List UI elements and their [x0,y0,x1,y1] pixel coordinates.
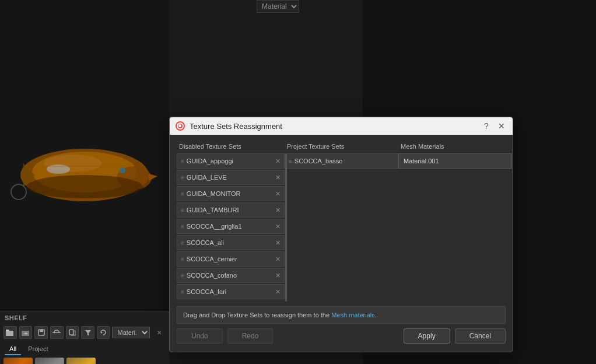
column-headers: Disabled Texture Sets Project Texture Se… [177,141,506,153]
save-icon [38,329,45,336]
footer-left-buttons: Undo Redo [177,328,273,344]
drag-icon: ≡ [181,223,184,230]
dialog-body: Disabled Texture Sets Project Texture Se… [170,135,513,352]
svg-marker-19 [101,331,103,334]
mesh-materials-header: Mesh Materials [398,141,512,153]
shelf-label: SHELF [0,312,169,324]
material-filter-dropdown[interactable]: Materi... [112,327,150,338]
list-item: Material.001 [398,153,512,169]
remove-item-button[interactable]: ✕ [275,288,281,296]
info-highlight: Mesh materials [331,312,375,318]
svg-rect-17 [69,330,73,335]
remove-item-button[interactable]: ✕ [275,223,281,230]
item-label: SCOCCA_basso [295,158,343,164]
folder-new-icon: + [22,329,30,336]
list-item[interactable]: ≡ SCOCCA_fari ✕ [177,284,285,299]
save-button[interactable] [34,326,48,339]
mesh-materials-column: Material.001 [398,153,512,302]
close-shelf-button[interactable]: ✕ [152,326,166,339]
shelf-toolbar: + [0,324,169,341]
thumbnail-row [0,355,169,364]
project-sets-column: ≡ SCOCCA_basso [285,153,398,302]
list-item[interactable]: ≡ SCOCCA_ali ✕ [177,235,285,250]
remove-item-button[interactable]: ✕ [275,158,281,165]
list-item[interactable]: ≡ SCOCCA__griglia1 ✕ [177,219,285,234]
item-label: GUIDA_TAMBURI [187,206,273,214]
drag-icon: ≡ [181,240,184,246]
list-item[interactable]: ≡ GUIDA_TAMBURI ✕ [177,202,285,218]
column-content: ≡ GUIDA_appoggi ✕ ≡ GUIDA_LEVE ✕ ≡ GUIDA… [177,153,506,302]
list-item[interactable]: ≡ SCOCCA_cofano ✕ [177,268,285,283]
drag-icon: ≡ [181,191,184,197]
folder-open-icon [6,329,14,336]
item-label: GUIDA_appoggi [187,158,273,164]
cancel-button[interactable]: Cancel [455,328,506,344]
dialog-close-button[interactable]: ✕ [496,121,507,131]
list-item[interactable]: ≡ GUIDA_LEVE ✕ [177,170,285,185]
disabled-sets-list: ≡ GUIDA_appoggi ✕ ≡ GUIDA_LEVE ✕ ≡ GUIDA… [177,153,285,299]
folder-open-button[interactable] [3,326,17,339]
svg-marker-18 [85,330,91,335]
remove-item-button[interactable]: ✕ [275,239,281,247]
list-item[interactable]: ≡ GUIDA_MONITOR ✕ [177,186,285,201]
drag-icon: ≡ [181,158,184,164]
undo-button[interactable]: Undo [177,328,223,344]
tab-all[interactable]: All [5,344,21,355]
import-icon [69,329,76,336]
remove-item-button[interactable]: ✕ [275,256,281,263]
dialog-app-icon [176,121,185,131]
shelf-panel: SHELF + [0,312,169,364]
footer-right-buttons: Apply Cancel [404,328,506,344]
apply-button[interactable]: Apply [404,328,450,344]
remove-item-button[interactable]: ✕ [275,206,281,214]
import-button[interactable] [66,326,79,339]
shelf-tabs: All Project [0,341,169,355]
info-bar: Drag and Drop Texture Sets to reassign t… [177,306,506,324]
list-item[interactable]: ≡ SCOCCA_cernier ✕ [177,251,285,267]
item-label: SCOCCA_fari [187,288,273,295]
item-label: GUIDA_MONITOR [187,190,273,197]
filter-icon [85,329,92,336]
item-label: SCOCCA_ali [187,239,273,246]
project-sets-header: Project Texture Sets [285,141,398,153]
drag-icon: ≡ [181,272,184,279]
dialog-footer: Undo Redo Apply Cancel [177,328,506,346]
item-label: Material.001 [404,158,439,164]
drag-icon: ≡ [181,289,184,295]
drag-icon: ≡ [289,158,292,164]
drag-icon: ≡ [181,207,184,214]
dialog-titlebar: Texture Sets Reassignment ? ✕ [170,117,513,135]
info-text-after: . [375,312,377,318]
redo-button[interactable]: Redo [227,328,274,344]
svg-text:+: + [24,331,27,336]
dialog-title: Texture Sets Reassignment [190,122,476,131]
remove-item-button[interactable]: ✕ [275,174,281,181]
item-label: GUIDA_LEVE [187,174,273,181]
item-label: SCOCCA__griglia1 [187,223,273,230]
thumbnail-item[interactable] [35,358,64,364]
filter-button[interactable] [81,326,94,339]
texture-reassignment-dialog: Texture Sets Reassignment ? ✕ Disabled T… [169,117,513,352]
dialog-help-button[interactable]: ? [481,121,492,131]
refresh-button[interactable] [97,326,110,339]
thumbnail-item[interactable] [66,358,96,364]
svg-rect-15 [40,330,43,332]
item-label: SCOCCA_cofano [187,272,273,279]
link-icon [52,329,61,336]
disabled-sets-column: ≡ GUIDA_appoggi ✕ ≡ GUIDA_LEVE ✕ ≡ GUIDA… [177,153,285,302]
svg-rect-10 [6,331,13,336]
tab-project[interactable]: Project [23,344,52,355]
disabled-sets-header: Disabled Texture Sets [177,141,285,153]
list-item[interactable]: ≡ SCOCCA_basso [285,153,398,169]
link-button[interactable] [50,326,64,339]
remove-item-button[interactable]: ✕ [275,190,281,198]
list-item[interactable]: ≡ GUIDA_appoggi ✕ [177,153,285,169]
drag-icon: ≡ [181,256,184,262]
info-text-before: Drag and Drop Texture Sets to reassign t… [183,312,331,318]
remove-item-button[interactable]: ✕ [275,272,281,279]
folder-new-button[interactable]: + [19,326,33,339]
item-label: SCOCCA_cernier [187,256,273,262]
thumbnail-item[interactable] [3,358,33,364]
drag-icon: ≡ [181,174,184,181]
svg-rect-11 [6,330,9,331]
